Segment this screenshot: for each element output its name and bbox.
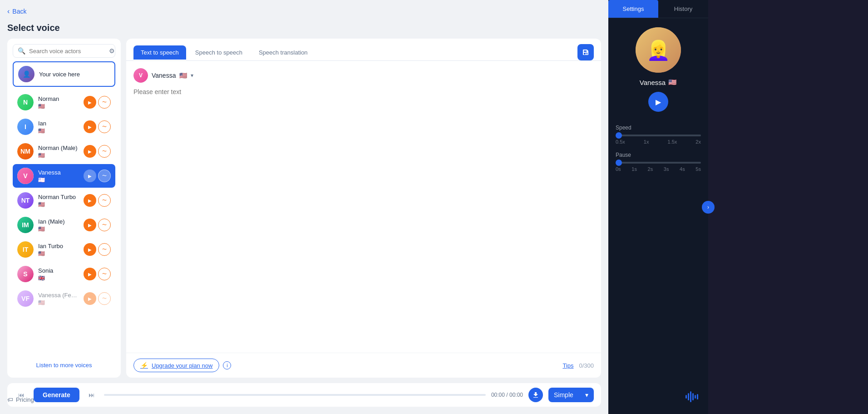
text-input[interactable] xyxy=(133,88,594,345)
save-button[interactable] xyxy=(577,44,594,60)
list-item[interactable]: NT Norman Turbo 🇺🇸 ▶ 〜 xyxy=(13,189,115,212)
main-play-button[interactable]: ▶ xyxy=(648,92,668,112)
voice-wave-btn[interactable]: 〜 xyxy=(98,243,111,256)
avatar: N xyxy=(17,94,34,110)
flag-icon: 🇺🇸 xyxy=(38,299,45,306)
avatar-section: 👱‍♀️ Vanessa 🇺🇸 ▶ xyxy=(608,18,708,119)
svg-rect-1 xyxy=(688,393,689,400)
page-title: Select voice xyxy=(7,23,601,33)
pricing-button[interactable]: 🏷 Pricing xyxy=(7,393,34,407)
upgrade-info-icon[interactable]: i xyxy=(223,361,231,369)
speed-control: Speed 0.5x 1x 1.5x 2x xyxy=(616,125,701,145)
flag-icon: 🇺🇸 xyxy=(38,250,45,257)
main-avatar: 👱‍♀️ xyxy=(636,27,681,73)
voice-name: Sonia xyxy=(38,267,79,274)
voice-wave-btn[interactable]: 〜 xyxy=(98,219,111,231)
speed-slider-thumb[interactable] xyxy=(616,132,622,139)
flag-icon: 🇺🇸 xyxy=(38,201,45,208)
play-icon: ▶ xyxy=(656,98,661,106)
save-icon xyxy=(582,49,589,56)
next-button[interactable]: ⏭ xyxy=(85,388,99,402)
voice-name: Ian Turbo xyxy=(38,243,79,249)
list-item[interactable]: S Sonia 🇬🇧 ▶ 〜 xyxy=(13,262,115,286)
tab-speech-translation[interactable]: Speech translation xyxy=(252,45,315,60)
selected-voice-flag: 🇺🇸 xyxy=(179,72,187,79)
voice-play-btn[interactable]: ▶ xyxy=(84,170,96,182)
voice-wave-btn[interactable]: 〜 xyxy=(98,145,111,158)
sidebar-toggle-button[interactable]: › xyxy=(702,201,715,214)
flag-icon: 🇺🇸 xyxy=(38,152,45,159)
back-label: Back xyxy=(12,8,26,15)
voice-play-btn[interactable]: ▶ xyxy=(84,243,96,256)
voice-wave-btn[interactable]: 〜 xyxy=(98,292,111,305)
svg-rect-4 xyxy=(695,395,696,399)
your-voice-item[interactable]: 👤 Your voice here xyxy=(13,61,115,87)
selected-voice-name: Vanessa xyxy=(152,72,176,79)
editor-body: V Vanessa 🇺🇸 ▾ xyxy=(126,61,601,353)
avatar: IM xyxy=(17,217,34,233)
voice-name: Ian xyxy=(38,120,79,127)
voice-play-btn[interactable]: ▶ xyxy=(84,268,96,280)
search-icon: 🔍 xyxy=(18,47,25,55)
editor-tabs: Text to speech Speech to speech Speech t… xyxy=(126,39,601,61)
search-input[interactable] xyxy=(29,48,105,55)
footer-right: Tips 0/300 xyxy=(562,362,594,369)
voice-name: Norman Turbo xyxy=(38,194,79,200)
voice-items-list: N Norman 🇺🇸 ▶ 〜 I Ian 🇺🇸 xyxy=(13,90,115,354)
back-arrow-icon: ‹ xyxy=(7,7,10,15)
voice-play-btn[interactable]: ▶ xyxy=(84,96,96,109)
voice-play-btn[interactable]: ▶ xyxy=(84,219,96,231)
voice-name: Vanessa (Female) xyxy=(38,292,79,299)
list-item[interactable]: IM Ian (Male) 🇺🇸 ▶ 〜 xyxy=(13,213,115,237)
tab-speech-to-speech[interactable]: Speech to speech xyxy=(188,45,250,60)
voice-dropdown-arrow[interactable]: ▾ xyxy=(191,72,193,79)
list-item[interactable]: VF Vanessa (Female) 🇺🇸 ▶ 〜 xyxy=(13,287,115,310)
filter-icon[interactable]: ⚙ xyxy=(109,47,115,55)
voice-selector-row: V Vanessa 🇺🇸 ▾ xyxy=(133,68,594,83)
voice-play-btn[interactable]: ▶ xyxy=(84,292,96,305)
generate-button[interactable]: Generate xyxy=(34,388,79,402)
download-button[interactable] xyxy=(528,388,543,402)
tab-history[interactable]: History xyxy=(658,0,708,18)
char-count: 0/300 xyxy=(579,362,594,369)
avatar: NT xyxy=(17,192,34,209)
flag-icon: 🇺🇸 xyxy=(38,177,45,183)
svg-rect-2 xyxy=(690,391,691,402)
voice-play-btn[interactable]: ▶ xyxy=(84,120,96,133)
list-item[interactable]: I Ian 🇺🇸 ▶ 〜 xyxy=(13,115,115,139)
list-item[interactable]: NM Norman (Male) 🇺🇸 ▶ 〜 xyxy=(13,140,115,163)
upgrade-label: Upgrade your plan now xyxy=(152,362,212,369)
voice-wave-btn[interactable]: 〜 xyxy=(98,96,111,109)
voice-play-btn[interactable]: ▶ xyxy=(84,145,96,158)
voice-list-panel: 🔍 ⚙ 👤 Your voice here N Norman 🇺🇸 xyxy=(7,39,121,378)
back-button[interactable]: ‹ Back xyxy=(7,7,26,15)
voice-wave-btn[interactable]: 〜 xyxy=(98,268,111,280)
avatar: VF xyxy=(17,290,34,307)
list-item[interactable]: IT Ian Turbo 🇺🇸 ▶ 〜 xyxy=(13,238,115,261)
tab-settings[interactable]: Settings xyxy=(608,0,658,18)
your-voice-label: Your voice here xyxy=(39,71,80,78)
voice-wave-btn[interactable]: 〜 xyxy=(98,194,111,207)
listen-more-link[interactable]: Listen to more voices xyxy=(13,358,115,372)
voice-name: Norman (Male) xyxy=(38,145,79,151)
progress-bar xyxy=(104,394,486,396)
flag-icon: 🇺🇸 xyxy=(38,128,45,134)
list-item[interactable]: N Norman 🇺🇸 ▶ 〜 xyxy=(13,90,115,114)
upgrade-button[interactable]: ⚡ Upgrade your plan now xyxy=(133,359,219,372)
simple-dropdown[interactable]: Simple ▾ xyxy=(548,388,594,402)
list-item[interactable]: V Vanessa 🇺🇸 ▶ 〜 xyxy=(13,164,115,188)
flag-icon: 🇺🇸 xyxy=(38,226,45,232)
pause-slider-track xyxy=(616,162,701,164)
speed-slider-track xyxy=(616,135,701,136)
voice-play-btn[interactable]: ▶ xyxy=(84,194,96,207)
voice-wave-btn[interactable]: 〜 xyxy=(98,170,111,182)
avatar: IT xyxy=(17,241,34,258)
speed-label: Speed xyxy=(616,125,701,131)
voice-wave-btn[interactable]: 〜 xyxy=(98,120,111,133)
pause-slider-thumb[interactable] xyxy=(616,160,622,166)
tips-link[interactable]: Tips xyxy=(562,362,573,369)
selected-voice-avatar: V xyxy=(133,68,148,83)
tab-text-to-speech[interactable]: Text to speech xyxy=(133,45,186,60)
avatar-name: Vanessa 🇺🇸 xyxy=(640,78,677,86)
pause-control: Pause 0s 1s 2s 3s 4s 5s xyxy=(616,152,701,172)
